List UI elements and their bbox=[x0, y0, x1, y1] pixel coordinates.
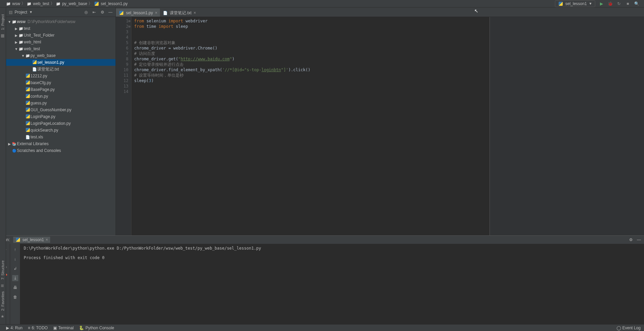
python-file-icon bbox=[26, 80, 30, 84]
close-icon[interactable]: × bbox=[193, 11, 196, 15]
scroll-end-icon[interactable]: ⤓ bbox=[12, 275, 18, 281]
minimize-icon[interactable]: — bbox=[108, 10, 113, 15]
gear-icon[interactable]: ⚙ bbox=[628, 237, 633, 242]
crumb-pywebbase-label: py_web_base bbox=[62, 1, 87, 6]
editor-tab-notes[interactable]: 课堂笔记.txt × bbox=[160, 8, 199, 17]
status-event-log[interactable]: ◯ Event Log bbox=[617, 326, 641, 330]
tree-root-label: wsw bbox=[17, 19, 25, 24]
tree-testxls[interactable]: test.xls bbox=[6, 134, 116, 140]
tree-loginloc[interactable]: LoginPageLocation.py bbox=[6, 120, 116, 127]
tree-py-web-base[interactable]: ▼py_web_base bbox=[6, 52, 116, 59]
crumb-file[interactable]: sel_lesson1.py bbox=[94, 1, 127, 6]
run-config-selector[interactable]: sel_lesson1 ▼ bbox=[555, 0, 595, 7]
chevron-right-icon: 〉 bbox=[21, 1, 25, 6]
python-file-icon bbox=[26, 114, 30, 118]
print-icon[interactable]: 🖶 bbox=[12, 285, 18, 291]
editor-tab-bar: sel_lesson1.py × 课堂笔记.txt × bbox=[116, 7, 644, 17]
python-file-icon bbox=[33, 60, 37, 64]
tree-guess[interactable]: guess.py bbox=[6, 100, 116, 106]
sidetool-project[interactable]: 1: Project bbox=[1, 14, 5, 30]
editor-tab-label: 课堂笔记.txt bbox=[170, 10, 191, 16]
tree-basecfg[interactable]: baseCfg.py bbox=[6, 79, 116, 86]
left-tool-stripe: 1: Project ▦ 7: Structure ≣ 2: Favorites… bbox=[0, 7, 6, 324]
tree-quicksearch[interactable]: quickSearch.py bbox=[6, 127, 116, 134]
tree-external-libs[interactable]: ▶External Libraries bbox=[6, 140, 116, 147]
console-output[interactable]: D:\PythonWorkFolder\python\python.exe D:… bbox=[20, 244, 644, 324]
folder-icon bbox=[6, 1, 11, 6]
console-line: Process finished with exit code 0 bbox=[24, 255, 104, 260]
python-file-icon bbox=[26, 74, 30, 78]
sidetool-structure[interactable]: 7: Structure bbox=[1, 260, 5, 280]
fold-strip[interactable]: ⊟⊟ bbox=[128, 18, 131, 29]
search-icon[interactable]: 🔍 bbox=[634, 1, 639, 6]
tree-test[interactable]: ▶test bbox=[6, 25, 116, 32]
toolbar-right: sel_lesson1 ▼ ▶ 🐞 ↻ ■ 🔍 bbox=[555, 0, 644, 7]
up-icon[interactable]: ↑ bbox=[12, 247, 18, 253]
crumb-pywebbase[interactable]: py_web_base bbox=[56, 1, 87, 6]
project-title[interactable]: Project bbox=[15, 10, 27, 15]
run-panel-header: Run: sel_lesson1 × ⚙ — bbox=[0, 236, 644, 244]
run-tab[interactable]: sel_lesson1 × bbox=[13, 237, 50, 243]
crumb-file-label: sel_lesson1.py bbox=[101, 1, 127, 6]
tree-12212[interactable]: 12212.py bbox=[6, 73, 116, 79]
target-icon[interactable]: ◎ bbox=[84, 10, 88, 15]
project-icon: ▦ bbox=[1, 33, 5, 38]
editor-tab-label: sel_lesson1.py bbox=[126, 11, 153, 15]
status-run[interactable]: ▶ 4: Run bbox=[6, 326, 22, 330]
run-icon[interactable]: ▶ bbox=[599, 1, 604, 6]
star-icon: ★ bbox=[1, 314, 5, 319]
tree-confun[interactable]: confun.py bbox=[6, 93, 116, 100]
statusbar: ▶ 4: Run ≡ 6: TODO ▣ Terminal 🐍 Python C… bbox=[0, 324, 644, 331]
structure-icon: ≣ bbox=[1, 283, 5, 288]
trash-icon[interactable]: 🗑 bbox=[12, 294, 18, 300]
run-panel: Run: sel_lesson1 × ⚙ — ▶ ■ ▭ 📌 ↑ ↓ ↲ ⤓ 🖶… bbox=[0, 235, 644, 324]
tree-root-path: D:\PythonWorkFolder\wsw bbox=[27, 19, 75, 24]
status-terminal[interactable]: ▣ Terminal bbox=[53, 326, 74, 330]
file-icon bbox=[25, 135, 30, 139]
tree-notes-txt[interactable]: 课堂笔记.txt bbox=[6, 66, 116, 73]
softwrap-icon[interactable]: ↲ bbox=[12, 266, 18, 272]
sidetool-favorites[interactable]: 2: Favorites bbox=[1, 291, 5, 311]
project-view-icon: ▤ bbox=[9, 10, 13, 15]
gutter[interactable]: 1 2 3 4 5 6 7 8 9 10 11 12 13 14 ⊟⊟ bbox=[116, 17, 131, 235]
tree-unit-test[interactable]: ▶Unit_Test_Folder bbox=[6, 32, 116, 39]
gear-icon[interactable]: ⚙ bbox=[100, 10, 105, 15]
tree-root[interactable]: ▼ wsw D:\PythonWorkFolder\wsw bbox=[6, 18, 116, 25]
debug-icon[interactable]: 🐞 bbox=[607, 1, 613, 6]
tree-gui-guess[interactable]: GUI_GuessNumber.py bbox=[6, 106, 116, 113]
tree-basepage[interactable]: BasePage.py bbox=[6, 86, 116, 93]
crumb-root[interactable]: wsw bbox=[6, 1, 20, 6]
run-config-label: sel_lesson1 bbox=[565, 1, 587, 6]
project-tree[interactable]: ▼ wsw D:\PythonWorkFolder\wsw ▶test ▶Uni… bbox=[6, 17, 116, 235]
editor-tab-sel-lesson1[interactable]: sel_lesson1.py × bbox=[116, 8, 160, 17]
crumb-webtest-label: web_test bbox=[33, 1, 49, 6]
chevron-down-icon: ▼ bbox=[589, 2, 592, 5]
tree-web-html[interactable]: ▶web_html bbox=[6, 39, 116, 45]
status-todo[interactable]: ≡ 6: TODO bbox=[28, 326, 48, 330]
text-file-icon bbox=[32, 67, 37, 72]
tree-sel-lesson1[interactable]: sel_lesson1.py bbox=[6, 59, 116, 66]
close-icon[interactable]: × bbox=[46, 237, 48, 242]
scratch-icon bbox=[12, 148, 17, 153]
crumb-webtest[interactable]: web_test bbox=[27, 1, 49, 6]
tree-loginpage[interactable]: LoginPage.py bbox=[6, 113, 116, 120]
folder-icon bbox=[18, 26, 24, 31]
crumb-root-label: wsw bbox=[12, 1, 20, 6]
minimize-icon[interactable]: — bbox=[637, 237, 641, 242]
collapse-icon[interactable]: ⇤ bbox=[92, 10, 97, 15]
chevron-down-icon[interactable]: ▼ bbox=[29, 10, 33, 14]
folder-icon bbox=[12, 19, 17, 24]
down-icon[interactable]: ↓ bbox=[12, 256, 18, 262]
status-python-console[interactable]: 🐍 Python Console bbox=[79, 326, 114, 330]
code-editor[interactable]: from selenium import webdriver from time… bbox=[131, 17, 490, 235]
python-file-icon bbox=[26, 94, 30, 98]
stop-icon[interactable]: ■ bbox=[625, 1, 630, 6]
run-body: ▶ ■ ▭ 📌 ↑ ↓ ↲ ⤓ 🖶 🗑 D:\PythonWorkFolder\… bbox=[0, 244, 644, 324]
tree-scratches[interactable]: Scratches and Consoles bbox=[6, 147, 116, 154]
folder-icon bbox=[27, 1, 32, 6]
tree-web-test[interactable]: ▼web_test bbox=[6, 45, 116, 52]
rerun-icon[interactable]: ↻ bbox=[616, 1, 622, 6]
python-file-icon bbox=[26, 121, 30, 125]
close-icon[interactable]: × bbox=[155, 11, 157, 15]
python-file-icon bbox=[16, 238, 20, 242]
